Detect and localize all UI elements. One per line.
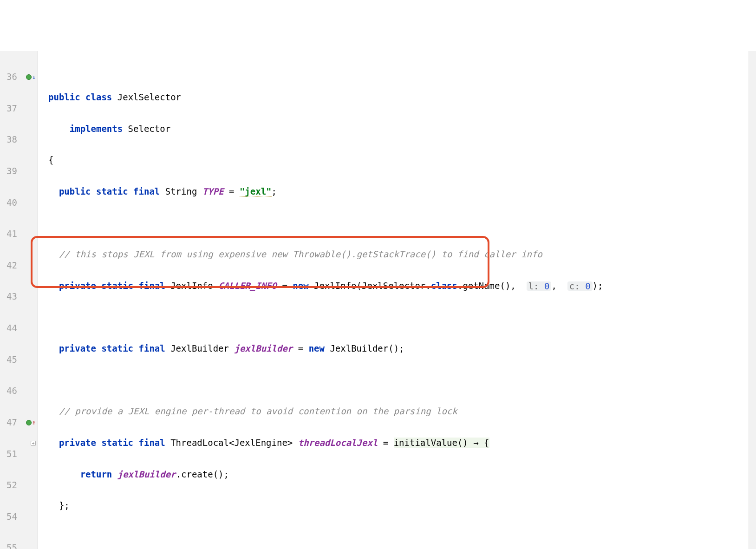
param-hint: l: 0 — [527, 281, 552, 291]
line-number: 39 — [1, 166, 17, 177]
down-arrow-icon: ↓ — [32, 72, 36, 83]
code-line[interactable] — [48, 218, 749, 229]
override-marker-icon[interactable] — [26, 420, 32, 425]
param-hint: c: 0 — [567, 281, 593, 291]
gutter: 36↓ 37 38 39 40 41 42 43 44 45 46 47↑ 51… — [0, 51, 38, 549]
line-number: 52 — [1, 480, 17, 491]
code-line[interactable]: // this stops JEXL from using expensive … — [48, 249, 749, 260]
line-number: 41 — [1, 229, 17, 240]
line-number: 42 — [1, 260, 17, 271]
line-number: 43 — [1, 291, 17, 302]
code-line[interactable]: return jexlBuilder.create(); — [48, 469, 749, 480]
code-line[interactable]: // provide a JEXL engine per-thread to a… — [48, 406, 749, 417]
line-number: 45 — [1, 354, 17, 366]
code-line[interactable]: { — [48, 155, 749, 166]
code-editor[interactable]: 36↓ 37 38 39 40 41 42 43 44 45 46 47↑ 51… — [0, 51, 756, 549]
code-line[interactable]: + private static final ThreadLocal<JexlE… — [48, 438, 749, 449]
code-line[interactable] — [48, 312, 749, 323]
fold-expand-icon[interactable]: + — [31, 438, 36, 449]
line-number: 55 — [1, 542, 17, 549]
code-line[interactable]: implements Selector — [48, 124, 749, 135]
up-arrow-icon: ↑ — [32, 417, 36, 428]
line-number: 44 — [1, 323, 17, 334]
line-number: 47 — [1, 417, 17, 428]
scrollbar[interactable] — [749, 51, 756, 549]
code-line[interactable]: private static final JexlBuilder jexlBui… — [48, 343, 749, 354]
code-line[interactable]: private static final JexlInfo CALLER_INF… — [48, 281, 749, 292]
line-number: 54 — [1, 511, 17, 523]
line-number: 51 — [1, 449, 17, 460]
code-line[interactable] — [48, 532, 749, 543]
code-line[interactable]: public class JexlSelector — [48, 92, 749, 103]
code-line[interactable]: public static final String TYPE = "jexl"… — [48, 186, 749, 197]
line-number: 38 — [1, 134, 17, 145]
code-line[interactable] — [48, 375, 749, 386]
line-number: 36 — [1, 72, 17, 83]
line-number: 46 — [1, 386, 17, 397]
line-number: 37 — [1, 103, 17, 114]
line-number: 40 — [1, 197, 17, 209]
code-area[interactable]: public class JexlSelector implements Sel… — [38, 51, 749, 549]
code-line[interactable]: }; — [48, 500, 749, 511]
override-marker-icon[interactable] — [26, 74, 32, 80]
